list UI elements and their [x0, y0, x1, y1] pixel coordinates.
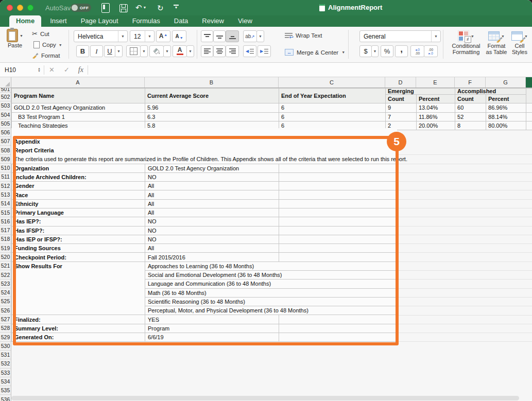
- paste-button[interactable]: ▼ Paste: [4, 29, 26, 48]
- column-header-h-active[interactable]: [526, 77, 532, 88]
- cell[interactable]: Accomplished: [455, 89, 526, 95]
- cell[interactable]: 86.96%: [486, 103, 526, 112]
- cell[interactable]: 6: [279, 103, 386, 112]
- cell[interactable]: Gender: [12, 182, 145, 190]
- cell[interactable]: All: [145, 199, 279, 208]
- cell[interactable]: NO: [145, 172, 279, 181]
- cell[interactable]: The criteria used to generate this repor…: [12, 155, 397, 164]
- tab-formulas[interactable]: Formulas: [132, 17, 160, 27]
- font-color-options-button[interactable]: ▼: [186, 45, 194, 57]
- cell[interactable]: End of Year Expectation: [279, 89, 386, 103]
- row-number[interactable]: 510: [0, 164, 11, 172]
- cell[interactable]: [526, 121, 532, 130]
- row-number[interactable]: 532: [0, 359, 11, 368]
- enter-icon[interactable]: ✓: [64, 66, 70, 74]
- cell[interactable]: 52: [455, 112, 486, 121]
- cell[interactable]: NO: [145, 226, 279, 235]
- cell[interactable]: [279, 208, 397, 217]
- align-center-button[interactable]: [213, 45, 226, 57]
- cell[interactable]: [526, 103, 532, 112]
- row-number[interactable]: 534: [0, 377, 11, 386]
- currency-button[interactable]: $: [359, 45, 372, 57]
- number-format-select[interactable]: General ▼: [359, 30, 441, 42]
- redo-button[interactable]: ↻: [157, 4, 164, 13]
- format-as-table-button[interactable]: ▼ Format as Table: [483, 29, 510, 55]
- bold-button[interactable]: B: [76, 45, 89, 57]
- row-number[interactable]: 512: [0, 182, 11, 190]
- row-number[interactable]: 516: [0, 217, 11, 226]
- row-number[interactable]: 529: [0, 333, 11, 341]
- column-header-d[interactable]: D: [385, 77, 416, 88]
- cell[interactable]: All: [145, 244, 279, 253]
- row-number[interactable]: 535: [0, 386, 11, 395]
- align-middle-button[interactable]: [213, 30, 226, 42]
- font-family-select[interactable]: Helvetica ▼: [74, 30, 128, 42]
- cell[interactable]: Race: [12, 190, 145, 199]
- insert-function-icon[interactable]: fx: [78, 66, 83, 74]
- cell[interactable]: Approaches to Learning (36 to 48 Months): [145, 261, 397, 270]
- row-number[interactable]: 531: [0, 351, 11, 359]
- cell[interactable]: Fall 2015/2016: [145, 253, 279, 261]
- cell[interactable]: GOLD 2.0 Test Agency Organization: [145, 164, 279, 172]
- cell[interactable]: Program Name: [12, 89, 145, 103]
- cell[interactable]: NO: [145, 235, 279, 243]
- undo-button[interactable]: ↶▼: [135, 4, 147, 11]
- row-number[interactable]: 503: [0, 101, 11, 110]
- cell[interactable]: [12, 128, 397, 137]
- row-number[interactable]: 511: [0, 172, 11, 181]
- cell[interactable]: NO: [145, 217, 279, 226]
- column-header-c[interactable]: C: [279, 77, 385, 88]
- cell[interactable]: 6: [279, 112, 386, 121]
- row-number[interactable]: 515: [0, 208, 11, 217]
- cell[interactable]: [279, 244, 397, 253]
- row-number[interactable]: 514: [0, 199, 11, 208]
- fill-color-button[interactable]: [149, 45, 164, 57]
- align-left-button[interactable]: [201, 45, 213, 57]
- cell[interactable]: 60: [455, 103, 486, 112]
- row-number[interactable]: 502: [0, 93, 11, 101]
- format-painter-button[interactable]: Format: [32, 52, 60, 59]
- borders-options-button[interactable]: ▼: [140, 45, 148, 57]
- decrease-decimal-button[interactable]: .00 ▸.0: [424, 45, 438, 57]
- cell[interactable]: YES: [145, 315, 279, 324]
- tab-page-layout[interactable]: Page Layout: [81, 17, 118, 27]
- row-number[interactable]: 522: [0, 270, 11, 279]
- row-number[interactable]: 507: [0, 137, 11, 146]
- cell[interactable]: All: [145, 182, 279, 190]
- toolbar-options-button[interactable]: ▼: [173, 5, 179, 9]
- row-number[interactable]: 533: [0, 369, 11, 377]
- minimize-window-button[interactable]: [17, 5, 23, 11]
- cell[interactable]: Count: [455, 95, 486, 103]
- row-number[interactable]: 509: [0, 155, 11, 164]
- row-number[interactable]: 526: [0, 306, 11, 315]
- select-all-corner[interactable]: [0, 77, 11, 88]
- row-number[interactable]: 501: [0, 88, 11, 93]
- borders-button[interactable]: [126, 45, 141, 57]
- increase-indent-button[interactable]: ▶: [258, 45, 271, 57]
- font-size-select[interactable]: 12 ▼: [130, 30, 155, 42]
- column-header-e[interactable]: E: [416, 77, 455, 88]
- cell[interactable]: [279, 315, 397, 324]
- orientation-options-button[interactable]: ▼: [256, 30, 264, 42]
- row-number[interactable]: 508: [0, 146, 11, 154]
- horizontal-scrollbar-thumb[interactable]: [11, 396, 519, 400]
- cell[interactable]: Primary Language: [12, 208, 145, 217]
- underline-options-button[interactable]: ▼: [115, 45, 123, 57]
- cut-button[interactable]: ✂ Cut: [32, 30, 49, 37]
- cell[interactable]: [279, 217, 397, 226]
- orientation-button[interactable]: ab↗: [243, 30, 257, 42]
- cell[interactable]: [279, 324, 397, 333]
- row-number[interactable]: 504: [0, 110, 11, 119]
- increase-font-button[interactable]: A▲: [156, 30, 170, 42]
- tab-review[interactable]: Review: [202, 17, 224, 27]
- cell[interactable]: [526, 112, 532, 121]
- cell[interactable]: Report Criteria: [12, 146, 397, 155]
- cell[interactable]: Show Results For: [12, 261, 145, 315]
- cell[interactable]: [279, 190, 397, 199]
- cell[interactable]: Perceptual, Motor, and Physical Developm…: [145, 306, 397, 315]
- row-number[interactable]: 528: [0, 324, 11, 333]
- cell[interactable]: Language and Communication (36 to 48 Mon…: [145, 280, 397, 288]
- font-color-button[interactable]: A: [173, 45, 187, 57]
- name-box[interactable]: H10 ▲▼: [0, 63, 44, 77]
- currency-options-button[interactable]: ▼: [371, 45, 379, 57]
